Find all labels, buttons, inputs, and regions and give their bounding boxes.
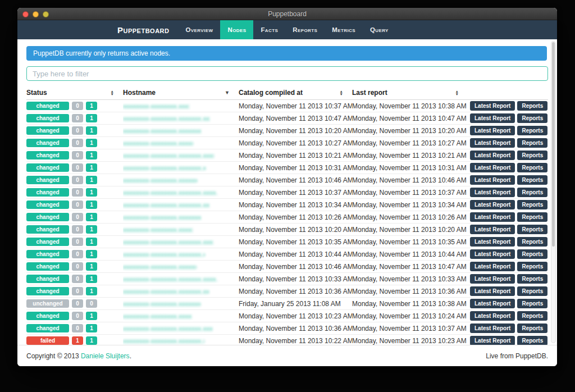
hostname-link[interactable]: xxxxxxxx-xxxxxxxx.xxxxxxx.xxxx.xxx.xxxxx… (123, 214, 201, 221)
hostname-link[interactable]: xxxxxxxx-xxxxxxxx.xxxxxxx.xxxx.xxx.xxxxx… (123, 165, 206, 171)
latest-report-button[interactable]: Latest Report (470, 126, 515, 135)
hostname-link[interactable]: xxxxxxxx-xxxxxxxx.xxxxxxx.xxxx.xxx.xxxxx… (123, 189, 218, 196)
reports-button[interactable]: Reports (517, 113, 547, 123)
reports-button[interactable]: Reports (517, 299, 547, 308)
sort-updown-icon[interactable]: ▲▼ (340, 89, 343, 95)
latest-report-button[interactable]: Latest Report (470, 286, 515, 296)
column-header-catalog-compiled-at[interactable]: Catalog compiled at▲▼ (239, 85, 352, 100)
hostname-link[interactable]: xxxxxxxx-xxxxxxxx.xxxxxxx.xxxx.xxx.xxxxx… (123, 115, 210, 122)
hostname-link[interactable]: xxxxxxxx-xxxxxxxx.xxxxxxx.xxxx.xxx.xxxxx… (123, 127, 202, 134)
hostname-link[interactable]: xxxxxxxx-xxxxxxxx.xxxxxxx.xxxx.xxx.xxxxx… (123, 313, 192, 320)
latest-report-button[interactable]: Latest Report (470, 323, 515, 333)
filter-input[interactable] (26, 66, 548, 81)
latest-report-button[interactable]: Latest Report (470, 249, 515, 259)
catalog-compiled-at: Monday, November 11 2013 10:20 AM (239, 125, 352, 137)
reports-button[interactable]: Reports (517, 212, 547, 222)
failed-count-badge: 0 (72, 102, 83, 110)
latest-report-button[interactable]: Latest Report (470, 274, 515, 284)
last-report: Monday, November 11 2013 10:38 AM (352, 100, 468, 112)
latest-report-button[interactable]: Latest Report (470, 151, 515, 160)
hostname-link[interactable]: xxxxxxxx-xxxxxxxx.xxxxxxx.xxxx.xxx.xxxxx… (123, 276, 217, 282)
latest-report-button[interactable]: Latest Report (470, 262, 515, 271)
changed-count-badge: 1 (86, 200, 97, 209)
hostname-link[interactable]: xxxxxxxx-xxxxxxxx.xxxxxxx.xxxx.xxx.xxxxx… (123, 325, 213, 332)
reports-button[interactable]: Reports (517, 175, 547, 185)
scrollbar[interactable] (551, 41, 556, 343)
nav-item-overview[interactable]: Overview (179, 20, 221, 39)
hostname-link[interactable]: xxxxxxxx-xxxxxxxx.xxxxxxx.xxxx.xxx.xxxxx… (123, 103, 189, 110)
reports-button[interactable]: Reports (517, 101, 547, 111)
reports-button[interactable]: Reports (517, 126, 547, 135)
hostname-link[interactable]: xxxxxxxx-xxxxxxxx.xxxxxxx.xxxx.xxx.xxxxx… (123, 338, 204, 344)
reports-button[interactable]: Reports (517, 163, 547, 172)
table-row: changed01xxxxxxxx-xxxxxxxx.xxxxxxx.xxxx.… (26, 174, 548, 186)
latest-report-button[interactable]: Latest Report (470, 336, 515, 345)
nav-item-facts[interactable]: Facts (253, 20, 285, 39)
latest-report-button[interactable]: Latest Report (470, 237, 515, 247)
sort-desc-icon[interactable]: ▼ (225, 90, 230, 95)
reports-button[interactable]: Reports (517, 262, 547, 271)
hostname-link[interactable]: xxxxxxxx-xxxxxxxx.xxxxxxx.xxxx.xxx.xxxxx… (123, 152, 214, 159)
hostname-link[interactable]: xxxxxxxx-xxxxxxxx.xxxxxxx.xxxx.xxx.xxxxx… (123, 300, 200, 307)
nav-item-query[interactable]: Query (363, 20, 396, 39)
latest-report-button[interactable]: Latest Report (470, 138, 515, 148)
status-badge: unchanged (26, 299, 69, 308)
sort-updown-icon[interactable]: ▲▼ (455, 89, 459, 95)
latest-report-button[interactable]: Latest Report (470, 175, 515, 185)
catalog-compiled-at: Monday, November 11 2013 10:46 AM (239, 261, 352, 273)
column-header-status[interactable]: Status▲▼ (26, 85, 123, 100)
changed-count-badge: 1 (86, 102, 97, 110)
hostname-link[interactable]: xxxxxxxx-xxxxxxxx.xxxxxxx.xxxx.xxx.xxxxx… (123, 251, 205, 258)
nav-items: OverviewNodesFactsReportsMetricsQuery (179, 20, 396, 39)
reports-button[interactable]: Reports (517, 336, 547, 345)
column-header-last-report[interactable]: Last report▲▼ (352, 85, 468, 100)
column-header-hostname[interactable]: Hostname▼ (123, 85, 239, 100)
author-link[interactable]: Daniele Sluijters (81, 352, 130, 360)
latest-report-button[interactable]: Latest Report (470, 212, 515, 222)
reports-button[interactable]: Reports (517, 311, 547, 321)
reports-button[interactable]: Reports (517, 225, 547, 234)
reports-button[interactable]: Reports (517, 200, 547, 209)
changed-count-badge: 1 (86, 139, 97, 147)
hostname-link[interactable]: xxxxxxxx-xxxxxxxx.xxxxxxx.xxxx.xxx.xxxxx… (123, 202, 209, 208)
reports-button[interactable]: Reports (517, 249, 547, 259)
hostname-link[interactable]: xxxxxxxx-xxxxxxxx.xxxxxxx.xxxx.xxx.xxxxx… (123, 263, 197, 270)
scrollbar-thumb[interactable] (552, 42, 555, 247)
latest-report-button[interactable]: Latest Report (470, 225, 515, 234)
hostname-link[interactable]: xxxxxxxx-xxxxxxxx.xxxxxxx.xxxx.xxx.xxxxx… (123, 239, 213, 245)
zoom-button[interactable] (43, 11, 49, 17)
brand-puppetboard[interactable]: Puppetboard (117, 20, 179, 39)
latest-report-button[interactable]: Latest Report (470, 188, 515, 197)
reports-button[interactable]: Reports (517, 323, 547, 333)
nav-item-metrics[interactable]: Metrics (325, 20, 363, 39)
column-header-actions (468, 85, 548, 100)
reports-button[interactable]: Reports (517, 188, 547, 197)
reports-button[interactable]: Reports (517, 151, 547, 160)
traffic-lights (22, 8, 49, 20)
latest-report-button[interactable]: Latest Report (470, 113, 515, 123)
failed-count-badge: 0 (72, 299, 83, 308)
reports-button[interactable]: Reports (517, 237, 547, 247)
latest-report-button[interactable]: Latest Report (470, 311, 515, 321)
catalog-compiled-at: Monday, November 11 2013 10:26 AM (239, 211, 352, 224)
close-button[interactable] (22, 11, 29, 17)
hostname-link[interactable]: xxxxxxxx-xxxxxxxx.xxxxxxx.xxxx.xxx.xxxxx… (123, 140, 193, 147)
latest-report-button[interactable]: Latest Report (470, 101, 515, 111)
hostname-link[interactable]: xxxxxxxx-xxxxxxxx.xxxxxxx.xxxx.xxx.xxxxx… (123, 288, 209, 295)
nav-item-reports[interactable]: Reports (285, 20, 325, 39)
failed-count-badge: 1 (72, 336, 83, 345)
hostname-link[interactable]: xxxxxxxx-xxxxxxxx.xxxxxxx.xxxx.xxx.xxxxx… (123, 226, 193, 233)
latest-report-button[interactable]: Latest Report (470, 200, 515, 209)
latest-report-button[interactable]: Latest Report (470, 299, 515, 308)
hostname-link[interactable]: xxxxxxxx-xxxxxxxx.xxxxxxx.xxxx.xxx.xxxxx… (123, 177, 197, 184)
sort-updown-icon[interactable]: ▲▼ (111, 89, 114, 95)
nav-item-nodes[interactable]: Nodes (220, 20, 253, 39)
minimize-button[interactable] (33, 11, 39, 17)
reports-button[interactable]: Reports (517, 274, 547, 284)
failed-count-badge: 0 (72, 126, 83, 135)
reports-button[interactable]: Reports (517, 138, 547, 148)
titlebar[interactable]: Puppetboard (17, 8, 557, 20)
latest-report-button[interactable]: Latest Report (470, 163, 515, 172)
status-badge: changed (26, 188, 69, 197)
reports-button[interactable]: Reports (517, 286, 547, 296)
